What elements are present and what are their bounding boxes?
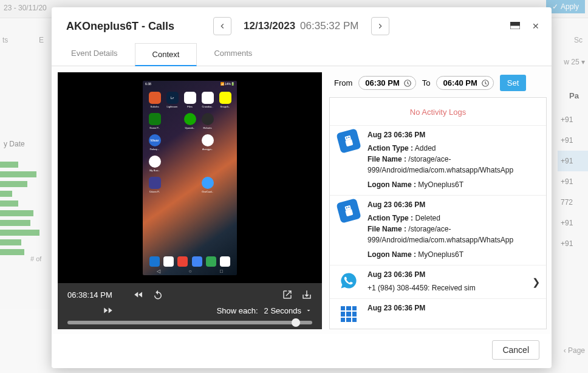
bg-phone-col: +91+91+91 +91772+91+91 xyxy=(561,109,585,254)
tab-comments[interactable]: Comments xyxy=(197,43,269,66)
log-item[interactable]: Aug 23 06:36 PMAction Type : AddedFile N… xyxy=(330,125,546,195)
phone-screenshot: 6:38📶 14%🔋 SuikshsLrLightroomFilesCrowds… xyxy=(143,81,237,275)
event-datetime: 12/13/2023 06:35:32 PM xyxy=(244,20,359,32)
usb-icon xyxy=(336,198,361,224)
download-icon[interactable] xyxy=(301,289,312,300)
replay-icon[interactable] xyxy=(152,289,163,300)
video-frame[interactable]: 6:38📶 14%🔋 SuikshsLrLightroomFilesCrowds… xyxy=(58,72,322,283)
modal-footer: Cancel xyxy=(52,334,552,368)
from-time-input[interactable]: 06:30 PM xyxy=(358,76,415,90)
set-button[interactable]: Set xyxy=(500,75,527,91)
playback-time: 06:38:14 PM xyxy=(67,290,122,299)
cancel-button[interactable]: Cancel xyxy=(492,340,539,360)
log-timestamp: Aug 23 06:36 PM xyxy=(368,270,538,279)
bg-bars xyxy=(0,158,49,259)
svg-rect-1 xyxy=(510,26,520,29)
tab-event-details[interactable]: Event Details xyxy=(54,43,135,66)
bg-xaxis: # of xyxy=(30,255,41,262)
prev-button[interactable] xyxy=(213,17,231,35)
modal-title: AKOneplus6T - Calls xyxy=(66,20,201,33)
show-each-label: Show each: xyxy=(217,306,258,315)
bg-tab-left: ts xyxy=(0,33,10,47)
clock-icon xyxy=(481,79,490,87)
apply-button[interactable]: ✓ Apply xyxy=(546,0,585,13)
grid-icon xyxy=(338,304,359,324)
log-item[interactable]: Aug 23 06:36 PMAction Type : DeletedFile… xyxy=(330,195,546,265)
bg-pagination[interactable]: ‹ Page xyxy=(564,346,585,355)
bg-tab-sc: Sc xyxy=(572,33,585,47)
from-label: From xyxy=(334,78,352,87)
window-mode-icon[interactable] xyxy=(510,21,520,31)
tab-context[interactable]: Context xyxy=(135,43,197,66)
chevron-right-icon[interactable]: ❯ xyxy=(532,276,540,288)
whatsapp-icon xyxy=(338,270,359,291)
bg-date-range: 23 - 30/11/20 xyxy=(4,4,47,12)
log-item[interactable]: Aug 23 06:36 PM xyxy=(330,298,546,329)
log-timestamp: Aug 23 06:36 PM xyxy=(368,131,538,139)
bg-by-date: y Date xyxy=(4,140,25,148)
no-activity-message: No Activity Logs xyxy=(330,104,546,125)
close-icon[interactable]: ✕ xyxy=(532,21,539,31)
next-button[interactable] xyxy=(371,17,389,35)
video-slider[interactable] xyxy=(67,321,312,324)
bg-show-dropdown[interactable]: w 25 ▾ xyxy=(564,58,585,66)
show-each-select[interactable]: 2 Seconds xyxy=(264,306,312,315)
modal-header: AKOneplus6T - Calls 12/13/2023 06:35:32 … xyxy=(52,7,552,43)
log-item[interactable]: Aug 23 06:36 PM+1 (984) 308-4459: Receiv… xyxy=(330,265,546,298)
activity-log-list[interactable]: No Activity Logs Aug 23 06:36 PMAction T… xyxy=(329,97,547,329)
to-time-input[interactable]: 06:40 PM xyxy=(436,76,493,90)
activity-panel: From 06:30 PM To 06:40 PM Set No Activit… xyxy=(327,72,549,329)
time-range-row: From 06:30 PM To 06:40 PM Set xyxy=(329,72,547,97)
bg-tab-right: E xyxy=(36,33,46,47)
log-timestamp: Aug 23 06:36 PM xyxy=(368,304,538,312)
event-modal: AKOneplus6T - Calls 12/13/2023 06:35:32 … xyxy=(52,7,552,368)
popout-icon[interactable] xyxy=(282,289,293,300)
forward-icon[interactable] xyxy=(103,305,114,316)
video-controls: 06:38:14 PM Show each: 2 Seconds xyxy=(58,283,322,329)
video-panel: 6:38📶 14%🔋 SuikshsLrLightroomFilesCrowds… xyxy=(58,72,322,329)
usb-icon xyxy=(336,128,361,154)
to-label: To xyxy=(422,78,431,87)
event-date: 12/13/2023 xyxy=(244,20,295,32)
bg-col-header: Pa xyxy=(569,91,579,100)
rewind-icon[interactable] xyxy=(133,289,144,300)
event-time: 06:35:32 PM xyxy=(300,20,358,32)
clock-icon xyxy=(403,79,412,87)
tab-bar: Event Details Context Comments xyxy=(52,43,552,66)
log-timestamp: Aug 23 06:36 PM xyxy=(368,200,538,209)
